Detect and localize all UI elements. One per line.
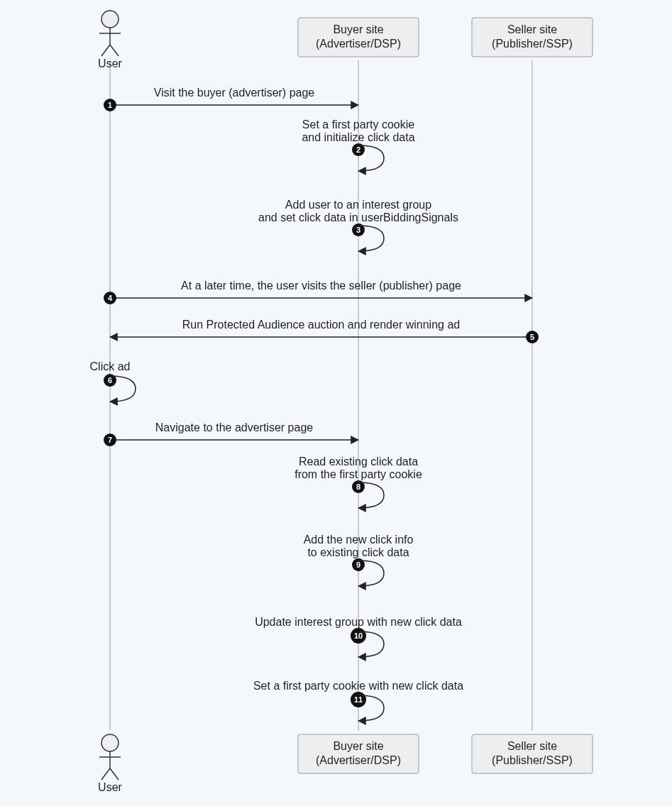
step-number: 9 <box>356 561 360 569</box>
message-1: Visit the buyer (advertiser) page1 <box>104 87 358 111</box>
participant-sublabel: (Advertiser/DSP) <box>316 754 401 766</box>
participant-label: Seller site <box>507 23 557 35</box>
message-text: Run Protected Audience auction and rende… <box>182 319 460 331</box>
participant-label: Buyer site <box>333 740 383 752</box>
svg-line-3 <box>101 45 110 56</box>
actor-user: User <box>98 11 122 70</box>
step-number: 7 <box>108 436 112 444</box>
actor-user: User <box>98 734 122 793</box>
message-text: and initialize click data <box>302 131 414 143</box>
svg-point-0 <box>101 11 119 28</box>
message-text: Set a first party cookie with new click … <box>253 680 463 692</box>
message-text: Navigate to the advertiser page <box>155 421 313 434</box>
participant-buyer: Buyer site(Advertiser/DSP) <box>298 18 419 57</box>
message-text: Set a first party cookie <box>302 118 414 131</box>
participant-sublabel: (Publisher/SSP) <box>492 38 573 50</box>
participant-sublabel: (Publisher/SSP) <box>492 754 573 766</box>
message-text: Add user to an interest group <box>285 199 431 211</box>
message-text: Read existing click data <box>299 456 418 468</box>
message-5: Run Protected Audience auction and rende… <box>110 319 539 343</box>
participant-buyer: Buyer site(Advertiser/DSP) <box>298 734 419 773</box>
message-7: Navigate to the advertiser page7 <box>104 421 358 446</box>
message-text: from the first party cookie <box>294 468 422 480</box>
step-number: 3 <box>356 226 360 234</box>
step-number: 11 <box>354 695 363 704</box>
message-text: Add the new click info <box>304 534 414 546</box>
step-number: 4 <box>108 294 113 302</box>
actor-label: User <box>98 781 122 793</box>
step-number: 2 <box>356 145 360 154</box>
svg-line-10 <box>101 768 110 780</box>
svg-point-7 <box>101 734 119 751</box>
step-number: 10 <box>354 631 363 640</box>
actor-label: User <box>98 57 122 70</box>
participant-label: Buyer site <box>333 23 383 35</box>
participant-seller: Seller site(Publisher/SSP) <box>472 734 593 773</box>
message-4: At a later time, the user visits the sel… <box>104 280 532 304</box>
participant-seller: Seller site(Publisher/SSP) <box>472 18 593 57</box>
message-6: Click ad6 <box>90 360 136 402</box>
svg-line-11 <box>110 768 119 780</box>
svg-line-4 <box>110 45 119 56</box>
message-text: to existing click data <box>307 546 409 558</box>
message-text: and set click data in userBiddingSignals <box>258 211 458 223</box>
message-text: Update interest group with new click dat… <box>255 616 462 628</box>
step-number: 6 <box>108 376 112 385</box>
message-text: At a later time, the user visits the sel… <box>181 280 461 292</box>
step-number: 1 <box>108 101 112 109</box>
step-number: 8 <box>356 482 360 491</box>
message-text: Visit the buyer (advertiser) page <box>154 87 315 99</box>
sequence-diagram: UserBuyer site(Advertiser/DSP)Seller sit… <box>0 0 672 806</box>
step-number: 5 <box>530 333 534 341</box>
participant-sublabel: (Advertiser/DSP) <box>316 38 401 50</box>
message-text: Click ad <box>90 360 131 372</box>
participant-label: Seller site <box>507 740 557 752</box>
